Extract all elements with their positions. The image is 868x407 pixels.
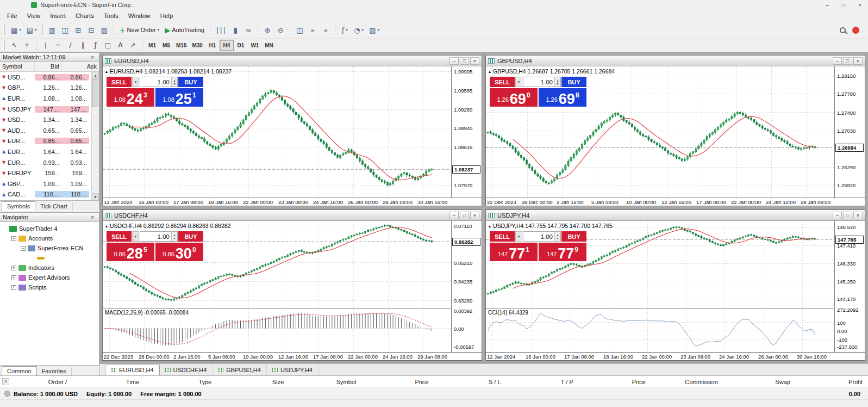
- window-close-button[interactable]: ×: [852, 1, 868, 9]
- column-symbol[interactable]: Symbol: [0, 62, 35, 71]
- menu-help[interactable]: Help: [155, 11, 178, 21]
- chart-maximize-button[interactable]: □: [843, 57, 852, 65]
- lot-spinner[interactable]: ▴▾: [171, 77, 177, 87]
- spin-down-icon[interactable]: ▾: [557, 82, 558, 85]
- sell-dropdown-icon[interactable]: ▾: [132, 231, 139, 242]
- timeframe-h4[interactable]: H4: [220, 40, 234, 51]
- periods-button[interactable]: ◔▾: [351, 23, 366, 36]
- buy-price[interactable]: 1.26698: [539, 88, 586, 107]
- new-chart-button[interactable]: ▦▾: [8, 23, 24, 36]
- chart-window-titlebar[interactable]: USDCHF,H4 – □ ×: [103, 210, 482, 221]
- shapes-tool-button[interactable]: □: [102, 39, 114, 51]
- window-titlebar[interactable]: SuperForex-ECN - SuperFin Corp. – □ ×: [0, 0, 868, 10]
- expand-icon[interactable]: +: [11, 266, 16, 270]
- oneclick-collapse-icon[interactable]: ▴: [105, 69, 108, 74]
- chart-plot[interactable]: 1.099051.095851.092601.089401.086151.079…: [103, 66, 482, 206]
- navigator-tab-favorites[interactable]: Favorites: [37, 367, 72, 376]
- menu-view[interactable]: View: [22, 11, 46, 21]
- market-watch-row[interactable]: ▼EURJPY159...159...: [0, 168, 99, 178]
- cursor-tool-button[interactable]: ↖: [8, 39, 21, 51]
- sell-button[interactable]: SELL: [490, 77, 515, 87]
- lot-size-input[interactable]: 1.00 ▴▾: [523, 231, 561, 242]
- buy-button[interactable]: BUY: [561, 231, 586, 242]
- oneclick-collapse-icon[interactable]: ▴: [489, 69, 491, 74]
- market-watch-scrollbar[interactable]: ▲ ▼: [91, 72, 99, 200]
- horizontal-line-tool-button[interactable]: ─: [52, 39, 64, 51]
- menu-window[interactable]: Window: [123, 11, 155, 21]
- sell-price[interactable]: 147771: [490, 243, 538, 261]
- menu-file[interactable]: File: [2, 11, 22, 21]
- buy-price[interactable]: 0.86300: [155, 243, 203, 261]
- strategy-tester-button[interactable]: ▧: [98, 23, 111, 36]
- sell-button[interactable]: SELL: [107, 77, 132, 87]
- collapse-icon[interactable]: −: [21, 246, 26, 251]
- chart-plot[interactable]: 0.871100.852100.842350.832600.862820.003…: [103, 221, 482, 360]
- sell-price[interactable]: 1.08243: [107, 88, 154, 107]
- expand-icon[interactable]: +: [11, 275, 16, 280]
- terminal-column-t-p[interactable]: T / P: [507, 379, 579, 385]
- sell-dropdown-icon[interactable]: ▾: [515, 231, 522, 242]
- search-icon[interactable]: [840, 27, 846, 33]
- market-watch-header[interactable]: Market Watch: 12:11:09 ×: [0, 53, 99, 62]
- zoom-in-button[interactable]: ⊕: [261, 23, 274, 36]
- oneclick-collapse-icon[interactable]: ▴: [489, 224, 491, 229]
- buy-price[interactable]: 1.08251: [155, 88, 203, 107]
- notification-badge[interactable]: [852, 27, 859, 34]
- market-watch-row[interactable]: ▼GBP...1.26...1.26...: [0, 83, 99, 94]
- menu-charts[interactable]: Charts: [71, 11, 99, 21]
- vertical-line-tool-button[interactable]: ∣: [39, 39, 52, 51]
- oneclick-collapse-icon[interactable]: ▴: [105, 224, 108, 229]
- channel-tool-button[interactable]: ∥: [77, 39, 89, 51]
- terminal-column-symbol[interactable]: Symbol: [289, 379, 361, 385]
- spin-down-icon[interactable]: ▾: [173, 82, 175, 85]
- terminal-close-icon[interactable]: ×: [2, 378, 9, 385]
- crosshair-tool-button[interactable]: +: [21, 39, 33, 51]
- profiles-button[interactable]: ▤▾: [24, 23, 40, 36]
- terminal-column-size[interactable]: Size: [217, 379, 289, 385]
- chart-minimize-button[interactable]: –: [449, 57, 459, 65]
- sell-button[interactable]: SELL: [107, 231, 132, 242]
- buy-button[interactable]: BUY: [561, 77, 586, 87]
- arrows-tool-button[interactable]: ↗: [127, 39, 139, 51]
- timeframe-h1[interactable]: H1: [205, 40, 220, 51]
- zoom-out-button[interactable]: ⊖: [274, 23, 287, 36]
- market-watch-row[interactable]: ▼USD...0.86...0.86...: [0, 72, 99, 83]
- market-watch-close-icon[interactable]: ×: [89, 54, 96, 60]
- chart-window-titlebar[interactable]: USDJPY,H4 – □ ×: [486, 210, 865, 221]
- terminal-column-commission[interactable]: Commission: [651, 379, 723, 385]
- timeframe-m5[interactable]: M5: [159, 40, 173, 51]
- window-maximize-button[interactable]: □: [835, 1, 852, 9]
- timeframe-w1[interactable]: W1: [248, 40, 262, 51]
- expand-icon[interactable]: +: [11, 285, 16, 290]
- new-order-button[interactable]: +New Order▾: [117, 23, 163, 36]
- buy-button[interactable]: BUY: [178, 77, 203, 87]
- line-chart-button[interactable]: ≈: [242, 23, 255, 36]
- chart-minimize-button[interactable]: –: [833, 212, 842, 219]
- sell-price[interactable]: 0.86285: [107, 243, 154, 261]
- chart-window-titlebar[interactable]: GBPUSD,H4 – □ ×: [486, 55, 865, 66]
- chart-minimize-button[interactable]: –: [833, 57, 842, 65]
- chart-tab-usdjpy-h4[interactable]: USDJPY,H4: [267, 365, 319, 375]
- terminal-toggle-button[interactable]: ⊟: [85, 23, 98, 36]
- chart-close-button[interactable]: ×: [853, 57, 863, 65]
- chart-close-button[interactable]: ×: [470, 57, 479, 65]
- sell-button[interactable]: SELL: [490, 231, 515, 242]
- chart-maximize-button[interactable]: □: [460, 57, 469, 65]
- market-watch-tab-tick-chart[interactable]: Tick Chart: [35, 202, 73, 211]
- chart-tab-usdchf-h4[interactable]: USDCHF,H4: [160, 365, 213, 375]
- lot-size-input[interactable]: 1.00 ▴▾: [140, 77, 178, 87]
- timeframe-m15[interactable]: M15: [173, 40, 189, 51]
- scrollbar-thumb[interactable]: [92, 79, 98, 107]
- navigator-item-scripts[interactable]: +Scripts: [0, 282, 99, 292]
- chart-plot[interactable]: 1.281501.277801.274001.270301.262901.259…: [486, 66, 865, 206]
- chart-close-button[interactable]: ×: [853, 212, 863, 219]
- chart-window-titlebar[interactable]: EURUSD,H4 – □ ×: [103, 55, 482, 66]
- market-watch-row[interactable]: ▼AUD...0.65...0.65...: [0, 125, 99, 136]
- sell-dropdown-icon[interactable]: ▾: [132, 77, 139, 87]
- candlestick-chart-button[interactable]: ▮: [229, 23, 242, 36]
- lot-spinner[interactable]: ▴▾: [554, 77, 560, 87]
- fibonacci-tool-button[interactable]: ƒ: [89, 39, 102, 51]
- lot-spinner[interactable]: ▴▾: [171, 232, 177, 241]
- terminal-column-price[interactable]: Price: [579, 379, 651, 385]
- terminal-column-price[interactable]: Price: [361, 379, 434, 385]
